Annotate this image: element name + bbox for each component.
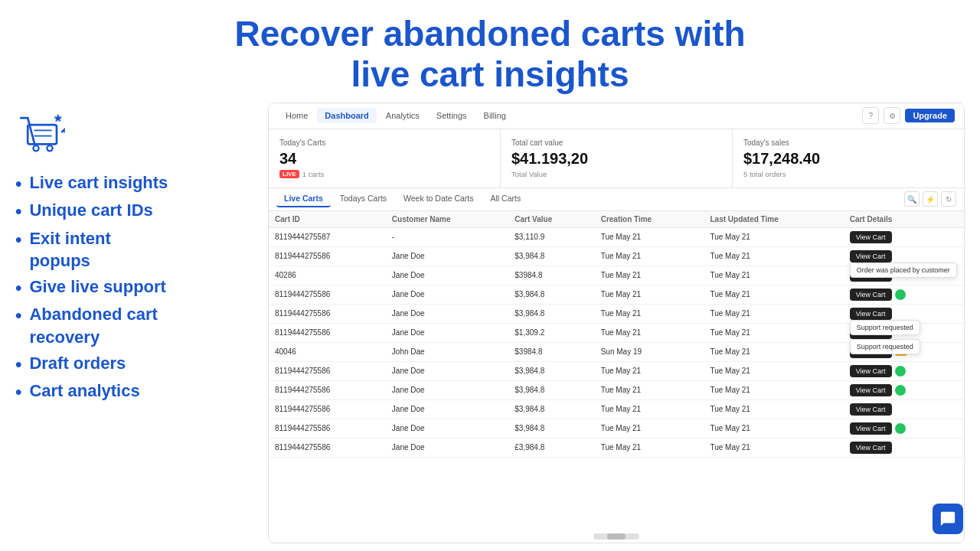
cell-3: Tue May 21	[595, 304, 704, 323]
upgrade-button[interactable]: Upgrade	[905, 109, 955, 122]
cell-1: Jane Doe	[386, 323, 508, 342]
stat-value-value: $41.193,20	[511, 150, 721, 168]
nav-home[interactable]: Home	[278, 108, 315, 123]
cell-3: Tue May 21	[595, 227, 704, 246]
table-row: 8119444275587-$3,110.9Tue May 21Tue May …	[269, 227, 964, 246]
cell-1: Jane Doe	[386, 438, 508, 457]
cell-4: Tue May 21	[704, 380, 843, 399]
nav-analytics[interactable]: Analytics	[378, 108, 427, 123]
view-cart-button[interactable]: View Cart	[850, 442, 892, 454]
table-row: 8119444275586Jane Doe$3,984.8Tue May 21T…	[269, 304, 964, 323]
nav-right: ? ⚙ Upgrade	[862, 107, 955, 124]
cell-2: $3,110.9	[508, 227, 594, 246]
cell-4: Tue May 21	[704, 246, 843, 266]
nav-dashboard[interactable]: Dashboard	[317, 108, 376, 123]
svg-point-2	[47, 145, 52, 151]
stat-sub-carts: LIVE 1 carts	[279, 170, 489, 178]
action-wrapper: View Cart	[850, 403, 958, 416]
stat-label-sales: Today's sales	[743, 139, 953, 147]
nav-settings[interactable]: Settings	[429, 108, 475, 123]
help-icon[interactable]: ?	[862, 107, 879, 124]
col-cart-value: Cart Value	[508, 211, 594, 228]
action-cell: View Cart	[844, 380, 964, 399]
table-area: Live Carts Todays Carts Week to Date Car…	[269, 188, 964, 543]
view-cart-button[interactable]: View Cart	[850, 231, 892, 243]
action-wrapper: View Cart	[850, 384, 958, 396]
cell-3: Tue May 21	[595, 246, 704, 266]
cell-1: Jane Doe	[386, 380, 508, 399]
cell-4: Tue May 21	[704, 266, 843, 285]
table-scroll[interactable]: Cart ID Customer Name Cart Value Creatio…	[269, 211, 964, 530]
action-cell: View Cart	[844, 227, 964, 246]
cell-0: 8119444275586	[269, 361, 386, 380]
cell-0: 8119444275586	[269, 246, 386, 266]
support-tooltip: Support requested	[850, 339, 920, 354]
view-cart-button[interactable]: View Cart	[850, 289, 892, 301]
chat-bubble[interactable]	[933, 504, 963, 534]
tab-all-carts[interactable]: All Carts	[483, 191, 529, 207]
filter-icon[interactable]: ⚡	[923, 191, 938, 207]
scroll-indicator	[269, 530, 964, 543]
search-icon[interactable]: 🔍	[904, 191, 920, 207]
cell-2: $3,984.8	[508, 380, 594, 399]
action-wrapper: View Cart	[850, 422, 958, 435]
table-row: 8119444275586Jane Doe$3,984.8Tue May 21T…	[269, 285, 964, 304]
cell-2: $3984.8	[508, 342, 594, 361]
cell-0: 8119444275587	[269, 227, 386, 246]
col-cart-details: Cart Details	[844, 211, 964, 228]
action-wrapper: View Cart	[850, 289, 958, 301]
col-customer-name: Customer Name	[386, 211, 508, 228]
cell-0: 8119444275586	[269, 419, 386, 438]
cell-1: John Dae	[386, 342, 508, 361]
cell-3: Tue May 21	[595, 419, 704, 438]
list-item: Exit intentpopups	[15, 227, 253, 272]
view-cart-button[interactable]: View Cart	[850, 308, 892, 320]
action-wrapper: View Cart	[850, 365, 958, 377]
cell-3: Tue May 21	[595, 380, 704, 399]
stat-value-carts: 34	[279, 150, 489, 168]
cell-0: 40046	[269, 342, 386, 361]
scroll-thumb[interactable]	[607, 533, 626, 540]
stat-value-sales: $17,248.40	[743, 150, 953, 168]
list-item: Give live support	[15, 276, 253, 300]
tab-live-carts[interactable]: Live Carts	[276, 191, 331, 207]
cell-3: Sun May 19	[595, 342, 704, 361]
view-cart-button[interactable]: View Cart	[850, 365, 892, 377]
view-cart-button[interactable]: View Cart	[850, 250, 892, 262]
action-wrapper: View CartSupport requested	[850, 308, 958, 320]
cell-0: 8119444275586	[269, 285, 386, 304]
cell-0: 8119444275586	[269, 380, 386, 399]
nav-billing[interactable]: Billing	[476, 108, 514, 123]
green-dot-icon	[895, 385, 906, 396]
cell-4: Tue May 21	[704, 399, 843, 419]
cell-3: Tue May 21	[595, 361, 704, 380]
settings-icon[interactable]: ⚙	[884, 107, 900, 124]
cell-4: Tue May 21	[704, 304, 843, 323]
list-item: Unique cart IDs	[15, 199, 253, 223]
action-cell: View Cart	[844, 438, 964, 457]
table-row: 8119444275586Jane Doe$3,984.8Tue May 21T…	[269, 361, 964, 380]
main-content: Live cart insights Unique cart IDs Exit …	[0, 103, 980, 551]
stat-cart-value: Total cart value $41.193,20 Total Value	[501, 129, 733, 187]
tab-week-carts[interactable]: Week to Date Carts	[396, 191, 481, 207]
view-cart-button[interactable]: View Cart	[850, 422, 892, 435]
view-cart-button[interactable]: View Cart	[850, 384, 892, 396]
refresh-icon[interactable]: ↻	[941, 191, 956, 207]
list-item: Abandoned cartrecovery	[15, 303, 253, 348]
cell-3: Tue May 21	[595, 399, 704, 419]
cell-0: 8119444275586	[269, 304, 386, 323]
cell-1: Jane Doe	[386, 266, 508, 285]
tab-todays-carts[interactable]: Todays Carts	[332, 191, 394, 207]
tooltip: Order was placed by customer	[850, 262, 957, 278]
table-header-row: Cart ID Customer Name Cart Value Creatio…	[269, 211, 964, 228]
table-tabs: Live Carts Todays Carts Week to Date Car…	[269, 188, 964, 211]
cell-4: Tue May 21	[704, 227, 843, 246]
cell-4: Tue May 21	[704, 342, 843, 361]
cell-1: Jane Doe	[386, 246, 508, 266]
cell-4: Tue May 21	[704, 361, 843, 380]
col-creation-time: Creation Time	[595, 211, 704, 228]
cell-3: Tue May 21	[595, 438, 704, 457]
view-cart-button[interactable]: View Cart	[850, 403, 892, 416]
stats-row: Today's Carts 34 LIVE 1 carts Total cart…	[269, 129, 964, 188]
cell-2: $3,984.8	[508, 399, 594, 419]
